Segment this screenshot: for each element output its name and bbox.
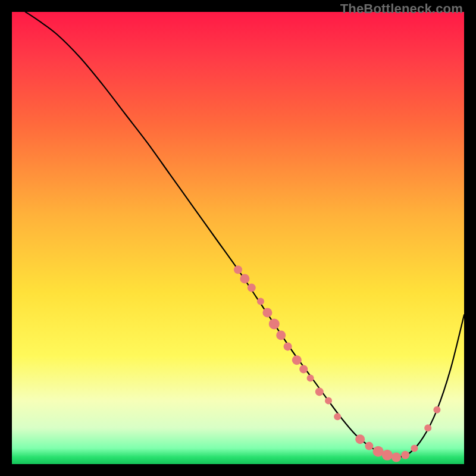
curve-marker	[401, 451, 409, 459]
curve-marker	[392, 453, 401, 462]
curve-marker	[325, 397, 332, 405]
curve-marker	[355, 434, 365, 444]
curve-marker	[269, 318, 280, 329]
curve-marker	[424, 424, 431, 431]
curve-marker	[262, 308, 272, 317]
curve-marker	[382, 450, 393, 461]
curve-marker	[240, 274, 249, 283]
curve-marker	[257, 298, 264, 305]
watermark-text: TheBottleneck.com	[340, 1, 463, 17]
curve-marker	[365, 442, 373, 450]
chart-svg	[12, 12, 464, 464]
curve-marker	[307, 375, 314, 382]
chart-background	[12, 12, 464, 464]
curve-marker	[299, 365, 308, 373]
curve-marker	[292, 355, 302, 365]
curve-marker	[433, 406, 440, 414]
curve-marker	[411, 444, 418, 452]
curve-marker	[234, 265, 242, 274]
curve-marker	[276, 330, 286, 340]
curve-marker	[334, 413, 341, 420]
curve-marker	[315, 387, 324, 396]
curve-marker	[284, 342, 292, 350]
curve-marker	[248, 284, 256, 292]
chart-frame	[12, 12, 464, 464]
